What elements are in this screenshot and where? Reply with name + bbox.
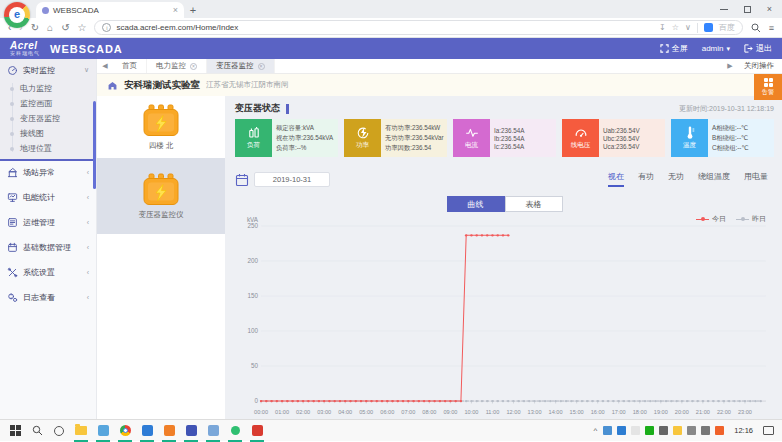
sidebar-subitem-地理位置[interactable]: 地理位置: [0, 141, 96, 156]
sidebar-item-场站异常[interactable]: 场站异常‹: [0, 161, 96, 183]
tabs-scroll-left-icon[interactable]: ◀: [97, 62, 113, 70]
card-value-line: A相绕组:--℃: [712, 124, 770, 133]
taskbar-app-app-green[interactable]: [224, 420, 246, 442]
view-button-表格[interactable]: 表格: [505, 196, 563, 212]
sidebar-subitem-接线图[interactable]: 接线图: [0, 126, 96, 141]
bullet-icon: [10, 87, 14, 91]
page-tab-label: 变压器监控: [216, 61, 254, 71]
taskbar-search-button[interactable]: [26, 420, 48, 442]
sidebar-item-label: 日志查看: [23, 292, 55, 303]
sidebar-item-日志查看[interactable]: 日志查看‹: [0, 286, 96, 308]
page-tab-变压器监控[interactable]: 变压器监控×: [207, 59, 275, 73]
taskbar-app-app-indigo[interactable]: [180, 420, 202, 442]
sidebar-subitem-监控画面[interactable]: 监控画面: [0, 96, 96, 111]
fullscreen-button[interactable]: 全屏: [660, 43, 688, 54]
line-chart[interactable]: 050100150200250kVA00:0001:0002:0003:0004…: [235, 214, 774, 419]
sidebar-item-系统设置[interactable]: 系统设置‹: [0, 261, 96, 283]
tab-close-icon[interactable]: ×: [258, 63, 265, 70]
chevron-left-icon: ‹: [87, 269, 89, 276]
metric-tab-有功[interactable]: 有功: [638, 171, 654, 187]
folder-icon[interactable]: [673, 426, 682, 435]
bookmark-star-icon[interactable]: ☆: [78, 23, 87, 33]
card-value-line: B相绕组:--℃: [712, 134, 770, 143]
download-icon[interactable]: ↧: [659, 23, 666, 32]
taskbar-app-app-blue[interactable]: [136, 420, 158, 442]
device-panel: 四楼 北变压器监控仪: [97, 96, 225, 419]
sidebar-scrollbar[interactable]: [93, 101, 96, 189]
cortana-button[interactable]: [48, 420, 70, 442]
security-icon[interactable]: [715, 426, 724, 435]
new-tab-button[interactable]: +: [184, 2, 202, 18]
view-button-曲线[interactable]: 曲线: [447, 196, 505, 212]
tabs-scroll-right-icon[interactable]: ▶: [722, 62, 738, 70]
date-input[interactable]: [254, 172, 330, 187]
taskbar-app-app-lightblue[interactable]: [202, 420, 224, 442]
title-accent-bar: [286, 104, 289, 114]
sidebar-item-运维管理[interactable]: 运维管理‹: [0, 211, 96, 233]
favorite-star-icon[interactable]: ☆: [672, 23, 679, 32]
settings-icon: [7, 267, 18, 278]
metric-tab-绕组温度[interactable]: 绕组温度: [698, 171, 730, 187]
network-icon[interactable]: [701, 426, 710, 435]
alarm-button[interactable]: 告警: [754, 74, 782, 100]
logout-button[interactable]: 退出: [744, 43, 772, 54]
svg-text:150: 150: [248, 292, 259, 299]
history-icon[interactable]: ↺: [61, 23, 69, 33]
user-menu[interactable]: admin ▾: [702, 44, 730, 53]
close-icon[interactable]: ×: [767, 4, 772, 14]
calendar-icon[interactable]: [235, 173, 249, 187]
browser-app-icon: [120, 425, 131, 436]
tab-close-icon[interactable]: ×: [190, 63, 197, 70]
minimize-icon[interactable]: [720, 9, 728, 10]
metric-tab-视在[interactable]: 视在: [608, 171, 624, 187]
sidebar-item-基础数据管理[interactable]: 基础数据管理‹: [0, 236, 96, 258]
bullet-icon: [10, 117, 14, 121]
metric-tab-用电量[interactable]: 用电量: [744, 171, 768, 187]
url-bar[interactable]: i scada.acrel-eem.com/Home/Index ↧ ☆ ∨ 百…: [94, 20, 742, 35]
page-tab-首页[interactable]: 首页: [113, 59, 147, 73]
sidebar-subitem-电力监控[interactable]: 电力监控: [0, 81, 96, 96]
wechat-icon[interactable]: [645, 426, 654, 435]
svg-text:kVA: kVA: [247, 216, 259, 223]
maximize-icon[interactable]: [744, 6, 751, 13]
app-blue-icon[interactable]: [617, 426, 626, 435]
shield-icon[interactable]: [603, 426, 612, 435]
tab-close-icon[interactable]: ×: [173, 5, 178, 15]
bullet-icon: [10, 102, 14, 106]
taskbar-app-browser-app[interactable]: [114, 420, 136, 442]
ops-icon: [7, 217, 18, 228]
close-operations-button[interactable]: 关闭操作: [744, 61, 774, 71]
taskbar-clock[interactable]: 12:16: [734, 426, 753, 435]
search-icon[interactable]: [751, 23, 761, 33]
status-card-电流: 电流Ia:236.54AIb:236.54AIc:236.54A: [453, 119, 556, 157]
start-button[interactable]: [4, 420, 26, 442]
device-item-四楼 北[interactable]: 四楼 北: [97, 96, 225, 158]
audio-icon[interactable]: [659, 426, 668, 435]
taskbar-app-app-red[interactable]: [246, 420, 268, 442]
svg-text:200: 200: [248, 257, 259, 264]
taskbar-app-file-explorer[interactable]: [70, 420, 92, 442]
card-values: Uab:236.54VUbc:236.54VUca:236.54V: [599, 119, 665, 157]
device-item-变压器监控仪[interactable]: 变压器监控仪: [97, 158, 225, 234]
display-icon[interactable]: [687, 426, 696, 435]
taskbar-app-app-orange[interactable]: [158, 420, 180, 442]
chevron-down-icon[interactable]: ∨: [685, 23, 691, 32]
notification-center-icon[interactable]: [763, 426, 774, 435]
reload-icon[interactable]: ↻: [31, 23, 39, 33]
search-engine-icon[interactable]: [704, 23, 713, 32]
menu-icon[interactable]: ≡: [769, 23, 774, 33]
doc-icon[interactable]: [631, 426, 640, 435]
home-icon[interactable]: ⌂: [47, 23, 53, 33]
site-info-icon[interactable]: i: [102, 23, 111, 32]
sidebar-item-电能统计[interactable]: 电能统计‹: [0, 186, 96, 208]
windows-logo-icon: [10, 425, 21, 436]
browser-logo-icon[interactable]: e: [4, 2, 30, 28]
sidebar-item-实时监控[interactable]: 实时监控∨: [0, 59, 96, 81]
taskbar-app-display-app[interactable]: [92, 420, 114, 442]
metric-tab-无功[interactable]: 无功: [668, 171, 684, 187]
sidebar-subitem-变压器监控[interactable]: 变压器监控: [0, 111, 96, 126]
bullet-icon: [10, 147, 14, 151]
chevron-up-icon[interactable]: ^: [593, 427, 597, 435]
browser-tab[interactable]: WEBSCADA ×: [36, 2, 184, 18]
page-tab-电力监控[interactable]: 电力监控×: [147, 59, 207, 73]
